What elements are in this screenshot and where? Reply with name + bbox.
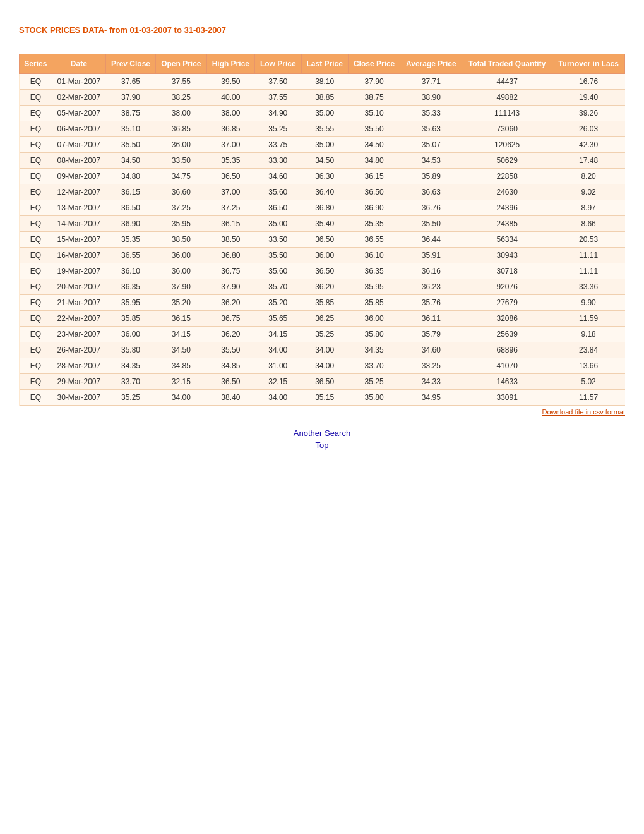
table-cell: 37.65 [105,74,155,90]
download-link-wrapper: Download file in csv format [19,408,625,416]
table-cell: 16.76 [552,74,625,90]
table-cell: 15-Mar-2007 [52,232,105,248]
table-row: EQ13-Mar-200736.5037.2537.2536.5036.8036… [20,200,625,216]
table-cell: 35.95 [105,295,155,311]
table-cell: 17.48 [552,153,625,169]
table-cell: 09-Mar-2007 [52,169,105,184]
table-cell: EQ [20,374,52,390]
col-prev-close: Prev Close [105,54,155,74]
table-cell: 5.02 [552,374,625,390]
table-cell: 34.50 [348,137,400,153]
table-cell: 36.76 [400,200,462,216]
table-cell: 35.65 [254,311,301,327]
table-cell: 36.60 [156,184,207,200]
table-cell: 36.75 [206,311,254,327]
table-cell: 35.70 [254,279,301,295]
table-cell: 36.10 [105,263,155,279]
table-cell: 37.55 [156,74,207,90]
table-cell: 120625 [462,137,552,153]
table-cell: 33.75 [254,137,301,153]
table-cell: 08-Mar-2007 [52,153,105,169]
table-cell: 35.33 [400,106,462,121]
table-cell: 36.23 [400,279,462,295]
table-cell: 23-Mar-2007 [52,327,105,342]
table-cell: 36.30 [301,169,348,184]
table-cell: 36.44 [400,232,462,248]
col-series: Series [20,54,52,74]
table-cell: 34.15 [254,327,301,342]
table-cell: 35.95 [156,216,207,232]
table-cell: 92076 [462,279,552,295]
table-cell: 33.50 [254,232,301,248]
table-cell: 73060 [462,121,552,137]
table-cell: 36.50 [348,184,400,200]
table-row: EQ16-Mar-200736.5536.0036.8035.5036.0036… [20,248,625,263]
table-cell: 36.85 [206,121,254,137]
table-row: EQ06-Mar-200735.1036.8536.8535.2535.5535… [20,121,625,137]
table-cell: 35.80 [348,390,400,406]
table-cell: 37.90 [206,279,254,295]
col-turnover: Turnover in Lacs [552,54,625,74]
table-cell: 9.18 [552,327,625,342]
table-row: EQ19-Mar-200736.1036.0036.7535.6036.5036… [20,263,625,279]
table-cell: 35.50 [348,121,400,137]
table-cell: 29-Mar-2007 [52,374,105,390]
table-cell: 37.25 [206,200,254,216]
table-cell: 35.00 [301,137,348,153]
top-link[interactable]: Top [19,440,625,450]
table-row: EQ02-Mar-200737.9038.2540.0037.5538.8538… [20,90,625,106]
table-cell: 34.00 [301,358,348,374]
table-cell: 07-Mar-2007 [52,137,105,153]
table-cell: 32.15 [254,374,301,390]
table-cell: 36.00 [156,263,207,279]
table-cell: 44437 [462,74,552,90]
table-cell: 36.55 [348,232,400,248]
table-row: EQ26-Mar-200735.8034.5035.5034.0034.0034… [20,342,625,358]
table-cell: 33.25 [400,358,462,374]
table-cell: 35.25 [105,390,155,406]
col-close-price: Close Price [348,54,400,74]
table-cell: 37.71 [400,74,462,90]
table-cell: 30943 [462,248,552,263]
table-cell: 38.50 [206,232,254,248]
table-cell: EQ [20,342,52,358]
table-cell: 38.85 [301,90,348,106]
table-row: EQ21-Mar-200735.9535.2036.2035.2035.8535… [20,295,625,311]
table-cell: 33.50 [156,153,207,169]
table-cell: 36.25 [301,311,348,327]
col-low-price: Low Price [254,54,301,74]
table-cell: 32086 [462,311,552,327]
col-open-price: Open Price [156,54,207,74]
table-cell: 33.30 [254,153,301,169]
table-cell: 35.55 [301,121,348,137]
download-csv-link[interactable]: Download file in csv format [542,408,625,416]
table-cell: 38.75 [348,90,400,106]
table-cell: 36.15 [156,311,207,327]
footer-links: Another Search Top [19,428,625,450]
another-search-link[interactable]: Another Search [19,428,625,438]
table-cell: EQ [20,200,52,216]
table-cell: 34.90 [254,106,301,121]
table-cell: 36.00 [105,327,155,342]
table-cell: 35.60 [254,263,301,279]
table-cell: 14633 [462,374,552,390]
table-cell: 35.10 [348,106,400,121]
table-cell: EQ [20,90,52,106]
table-cell: 36.00 [156,248,207,263]
table-cell: 34.85 [206,358,254,374]
table-cell: 34.00 [301,342,348,358]
table-cell: 39.26 [552,106,625,121]
table-cell: 34.35 [105,358,155,374]
table-row: EQ14-Mar-200736.9035.9536.1535.0035.4035… [20,216,625,232]
table-cell: 36.50 [206,374,254,390]
table-cell: 35.35 [348,216,400,232]
table-cell: 36.80 [206,248,254,263]
table-cell: 28-Mar-2007 [52,358,105,374]
table-cell: 36.50 [105,200,155,216]
table-cell: 35.60 [254,184,301,200]
table-cell: 26-Mar-2007 [52,342,105,358]
table-cell: 22-Mar-2007 [52,311,105,327]
table-cell: 36.16 [400,263,462,279]
table-cell: 36.35 [348,263,400,279]
table-cell: 50629 [462,153,552,169]
